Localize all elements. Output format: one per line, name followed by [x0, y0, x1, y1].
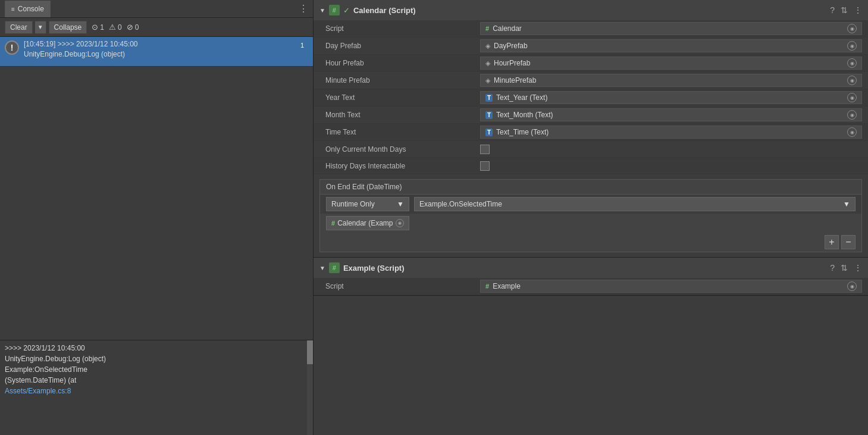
message-count-badge: 1: [296, 39, 308, 51]
script-field-label: Script: [325, 24, 480, 33]
only-current-month-value: [480, 145, 490, 154]
warning-badge: ⚠ 0: [109, 23, 122, 32]
only-current-month-checkbox[interactable]: [480, 145, 490, 154]
day-prefab-row: Day Prefab ◈ DayPrefab ◉: [314, 37, 868, 55]
event-object-circle-btn[interactable]: ◉: [396, 219, 404, 227]
minute-prefab-text: MinutePrefab: [494, 76, 536, 85]
history-days-label: History Days Interactable: [325, 162, 480, 170]
script-circle-btn[interactable]: ◉: [847, 24, 857, 33]
example-script-field-row: Script # Example ◉: [314, 278, 868, 295]
console-messages-list: ! [10:45:19] >>>> 2023/1/12 10:45:00 Uni…: [0, 37, 313, 340]
calendar-check-icon[interactable]: ✓: [343, 6, 350, 15]
script-field-value[interactable]: # Calendar ◉: [480, 22, 862, 35]
example-script-circle-btn[interactable]: ◉: [847, 281, 857, 291]
hour-prefab-circle-btn[interactable]: ◉: [847, 58, 857, 68]
month-text-circle-btn[interactable]: ◉: [847, 110, 857, 120]
script-field-row: Script # Calendar ◉: [314, 20, 868, 37]
example-hash-badge: #: [329, 262, 340, 273]
year-text-type-icon: T: [485, 94, 493, 102]
method-dropdown-label: Example.OnSelectedTime: [419, 200, 502, 208]
event-object-text: Calendar (Examp: [337, 219, 393, 227]
runtime-dropdown-arrow-icon: ▼: [397, 200, 404, 208]
error-count: 1: [100, 23, 104, 32]
console-panel: ≡ Console ⋮ Clear ▼ Collapse ⊙ 1 ⚠ 0 ⊘ 0…: [0, 0, 314, 435]
day-prefab-circle-btn[interactable]: ◉: [847, 41, 857, 51]
hour-prefab-text: HourPrefab: [494, 59, 530, 67]
runtime-only-label: Runtime Only: [331, 200, 375, 208]
event-add-remove-buttons: + −: [320, 233, 861, 252]
warning-icon: ⚠: [109, 23, 116, 32]
remove-event-button[interactable]: −: [841, 235, 856, 249]
settings-icon[interactable]: ⇅: [841, 5, 848, 15]
console-scrollbar[interactable]: [307, 340, 313, 435]
time-text-type-icon: T: [485, 129, 493, 136]
time-text-row: Time Text T Text_Time (Text) ◉: [314, 124, 868, 141]
message-text: [10:45:19] >>>> 2023/1/12 10:45:00 Unity…: [24, 39, 292, 60]
example-script-header: ▼ # Example (Script) ? ⇅ ⋮: [314, 258, 868, 278]
hour-prefab-row: Hour Prefab ◈ HourPrefab ◉: [314, 55, 868, 72]
only-current-month-label: Only Current Month Days: [325, 145, 480, 154]
year-text-label: Year Text: [325, 93, 480, 102]
scrollbar-thumb[interactable]: [307, 340, 313, 364]
event-header: On End Edit (DateTime): [320, 180, 861, 195]
time-text-field-text: Text_Time (Text): [496, 128, 549, 136]
example-script-label: Script: [325, 282, 480, 290]
error-badge: ⊙ 1: [92, 23, 104, 32]
example-script-section: ▼ # Example (Script) ? ⇅ ⋮ Script # Exam…: [314, 258, 868, 296]
console-tab[interactable]: ≡ Console: [5, 1, 51, 17]
calendar-script-section: ▼ # ✓ Calendar (Script) ? ⇅ ⋮ Script # C…: [314, 0, 868, 258]
example-help-icon[interactable]: ?: [830, 263, 835, 273]
day-prefab-text: DayPrefab: [494, 42, 528, 50]
example-more-icon[interactable]: ⋮: [854, 263, 862, 273]
inspector-panel: ▼ # ✓ Calendar (Script) ? ⇅ ⋮ Script # C…: [314, 0, 868, 435]
example-script-value[interactable]: # Example ◉: [480, 280, 862, 293]
tab-bar: ≡ Console ⋮: [0, 0, 313, 18]
hour-prefab-label: Hour Prefab: [325, 59, 480, 67]
method-dropdown[interactable]: Example.OnSelectedTime ▼: [414, 197, 856, 211]
example-chevron-icon[interactable]: ▼: [319, 265, 325, 271]
minute-prefab-circle-btn[interactable]: ◉: [847, 76, 857, 85]
detail-link[interactable]: Assets/Example.cs:8: [5, 386, 308, 396]
script-hash-icon: #: [485, 25, 489, 32]
collapse-button[interactable]: Collapse: [49, 21, 87, 34]
time-text-value[interactable]: T Text_Time (Text) ◉: [480, 126, 862, 139]
day-prefab-value[interactable]: ◈ DayPrefab ◉: [480, 39, 862, 52]
detail-line4: (System.DateTime) (at: [5, 375, 308, 386]
console-detail-text: >>>> 2023/1/12 10:45:00 UnityEngine.Debu…: [5, 343, 308, 433]
minute-prefab-value[interactable]: ◈ MinutePrefab ◉: [480, 74, 862, 87]
detail-line2: UnityEngine.Debug:Log (object): [5, 353, 308, 364]
clear-button[interactable]: Clear: [5, 21, 33, 34]
year-text-circle-btn[interactable]: ◉: [847, 93, 857, 102]
time-text-label: Time Text: [325, 128, 480, 136]
info-count: 0: [135, 23, 139, 32]
tab-more-icon[interactable]: ⋮: [299, 3, 308, 14]
history-days-row: History Days Interactable: [314, 158, 868, 174]
message-error-icon: !: [5, 40, 19, 55]
help-icon[interactable]: ?: [830, 5, 835, 15]
error-icon: ⊙: [92, 23, 98, 32]
calendar-hash-badge: #: [329, 5, 340, 15]
event-object-field[interactable]: # Calendar (Examp ◉: [326, 216, 409, 230]
month-text-field-text: Text_Month (Text): [496, 111, 553, 119]
more-icon[interactable]: ⋮: [854, 5, 862, 15]
month-text-type-icon: T: [485, 111, 493, 119]
example-script-value-text: Example: [493, 282, 521, 290]
year-text-value[interactable]: T Text_Year (Text) ◉: [480, 91, 862, 104]
month-text-value[interactable]: T Text_Month (Text) ◉: [480, 108, 862, 121]
detail-line1: >>>> 2023/1/12 10:45:00: [5, 343, 308, 353]
time-text-circle-btn[interactable]: ◉: [847, 127, 857, 137]
example-script-hash-icon: #: [485, 283, 489, 290]
info-badge: ⊘ 0: [127, 23, 139, 32]
detail-line3: Example:OnSelectedTime: [5, 364, 308, 375]
clear-dropdown-arrow[interactable]: ▼: [35, 21, 46, 34]
runtime-only-dropdown[interactable]: Runtime Only ▼: [326, 197, 409, 211]
history-days-checkbox[interactable]: [480, 161, 490, 171]
calendar-chevron-icon[interactable]: ▼: [319, 7, 325, 14]
console-message[interactable]: ! [10:45:19] >>>> 2023/1/12 10:45:00 Uni…: [0, 37, 313, 67]
add-event-button[interactable]: +: [825, 235, 839, 249]
example-settings-icon[interactable]: ⇅: [841, 263, 848, 273]
example-header-actions: ? ⇅ ⋮: [830, 263, 862, 273]
hour-prefab-value[interactable]: ◈ HourPrefab ◉: [480, 57, 862, 70]
console-toolbar: Clear ▼ Collapse ⊙ 1 ⚠ 0 ⊘ 0: [0, 18, 313, 37]
method-dropdown-arrow-icon: ▼: [843, 200, 850, 208]
